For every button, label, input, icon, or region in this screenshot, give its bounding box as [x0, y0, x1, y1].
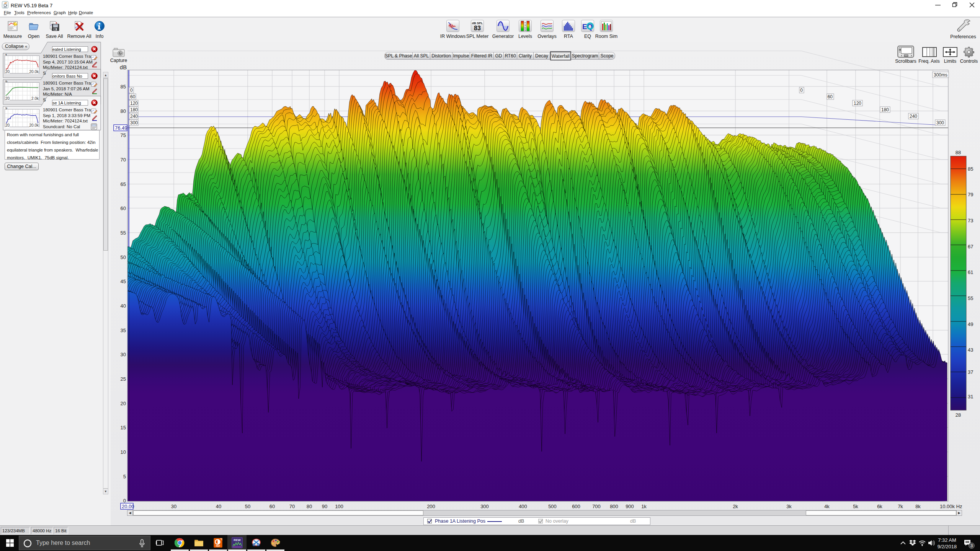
- svg-text:20: 20: [121, 401, 126, 406]
- svg-text:100: 100: [335, 504, 343, 509]
- svg-text:600: 600: [572, 504, 580, 509]
- svg-text:55: 55: [968, 295, 973, 301]
- svg-text:dB SPL: dB SPL: [472, 21, 483, 25]
- svg-text:90: 90: [322, 504, 327, 509]
- svg-text:35: 35: [121, 328, 126, 333]
- svg-text:28: 28: [956, 412, 961, 418]
- svg-text:31: 31: [968, 394, 973, 399]
- svg-text:10.00k Hz: 10.00k Hz: [940, 504, 962, 509]
- svg-text:300: 300: [480, 504, 489, 509]
- svg-text:49: 49: [968, 321, 973, 327]
- svg-text:83: 83: [474, 25, 481, 31]
- svg-text:45: 45: [121, 279, 126, 284]
- svg-text:0: 0: [123, 498, 126, 504]
- svg-text:700: 700: [592, 504, 601, 509]
- svg-text:80: 80: [307, 504, 312, 509]
- svg-text:5: 5: [123, 474, 126, 479]
- svg-text:61: 61: [968, 269, 973, 275]
- svg-text:PDF: PDF: [216, 545, 220, 547]
- svg-text:180: 180: [130, 107, 138, 112]
- svg-text:3: 3: [524, 24, 526, 26]
- svg-text:70: 70: [289, 504, 295, 509]
- svg-text:20.00: 20.00: [122, 504, 134, 509]
- svg-text:240: 240: [130, 114, 138, 119]
- svg-text:60: 60: [270, 504, 275, 509]
- svg-text:30: 30: [171, 504, 176, 509]
- svg-text:60: 60: [130, 94, 136, 99]
- svg-text:75: 75: [121, 132, 126, 138]
- svg-text:55: 55: [121, 230, 126, 236]
- svg-text:300ms: 300ms: [934, 72, 947, 78]
- svg-text:50: 50: [245, 504, 250, 509]
- svg-text:180: 180: [881, 107, 889, 112]
- svg-text:400: 400: [519, 504, 527, 509]
- svg-text:67: 67: [968, 244, 973, 249]
- svg-text:8k: 8k: [915, 504, 921, 509]
- svg-text:80: 80: [121, 108, 126, 114]
- svg-text:5k: 5k: [853, 504, 858, 509]
- svg-text:dB: dB: [120, 64, 127, 70]
- svg-text:9: 9: [524, 29, 526, 31]
- svg-text:0: 0: [524, 21, 526, 24]
- svg-text:200: 200: [427, 504, 435, 509]
- svg-text:300: 300: [130, 120, 138, 126]
- svg-text:60: 60: [121, 205, 126, 211]
- svg-text:REW: REW: [234, 538, 241, 542]
- svg-text:120: 120: [130, 101, 138, 106]
- svg-text:10: 10: [121, 449, 126, 455]
- svg-text:15: 15: [121, 425, 126, 430]
- svg-text:800: 800: [610, 504, 618, 509]
- svg-text:900: 900: [626, 504, 634, 509]
- svg-text:120: 120: [854, 101, 861, 106]
- svg-text:65: 65: [121, 181, 126, 187]
- svg-text:7k: 7k: [898, 504, 903, 509]
- svg-text:73: 73: [968, 218, 973, 223]
- svg-text:79: 79: [968, 192, 973, 197]
- svg-text:25: 25: [121, 376, 126, 382]
- svg-text:1k: 1k: [641, 504, 647, 509]
- svg-text:43: 43: [968, 347, 973, 353]
- svg-text:76.49: 76.49: [115, 125, 127, 131]
- svg-text:60: 60: [828, 94, 833, 99]
- svg-text:6k: 6k: [877, 504, 882, 509]
- svg-text:500: 500: [548, 504, 557, 509]
- svg-text:240: 240: [910, 114, 917, 119]
- svg-text:0: 0: [130, 88, 133, 93]
- svg-text:70: 70: [121, 157, 126, 163]
- svg-text:4k: 4k: [824, 504, 830, 509]
- svg-text:300: 300: [936, 120, 944, 126]
- svg-text:40: 40: [216, 504, 221, 509]
- svg-text:85: 85: [968, 166, 973, 172]
- svg-text:50: 50: [121, 254, 126, 260]
- svg-text:2k: 2k: [733, 504, 738, 509]
- svg-text:88: 88: [956, 150, 961, 155]
- svg-text:37: 37: [968, 369, 973, 375]
- svg-text:0: 0: [800, 88, 803, 93]
- svg-text:3k: 3k: [786, 504, 792, 509]
- svg-text:85: 85: [121, 84, 126, 90]
- svg-text:30: 30: [121, 352, 126, 357]
- svg-text:40: 40: [121, 303, 126, 309]
